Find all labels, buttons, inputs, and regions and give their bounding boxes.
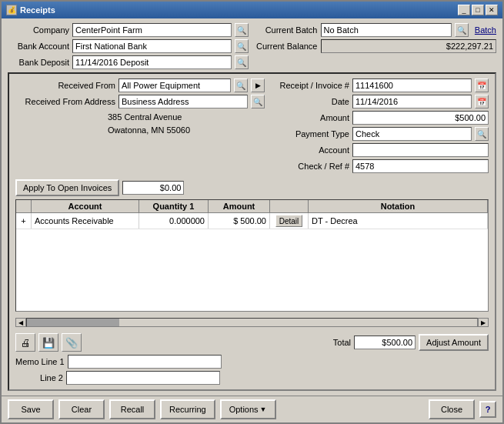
apply-open-invoices-button[interactable]: Apply To Open Invoices xyxy=(15,179,119,196)
minimize-button[interactable]: _ xyxy=(458,5,470,15)
save-tool-button[interactable]: 💾 xyxy=(38,333,58,352)
close-button[interactable]: Close xyxy=(429,399,475,419)
check-ref-label: Check / Ref # xyxy=(272,162,349,171)
bank-account-label: Bank Account xyxy=(8,42,69,51)
received-from-input[interactable] xyxy=(118,78,231,92)
attach-icon: 📎 xyxy=(65,337,78,349)
current-balance-input xyxy=(321,39,497,53)
date-calendar-icon[interactable]: 📅 xyxy=(475,95,489,109)
panel-right: Receipt / Invoice # 📅 Date 📅 Amount xyxy=(272,78,489,173)
quantity-col-header: Quantity 1 xyxy=(139,200,209,212)
horizontal-scrollbar[interactable] xyxy=(26,318,478,327)
receipt-panel: Received From 🔍 ▶ Received From Address … xyxy=(8,72,496,391)
table-body: + Accounts Receivable 0.000000 $ 500.00 … xyxy=(16,213,488,311)
close-button[interactable]: ✕ xyxy=(486,5,498,15)
bottom-bar: Save Clear Recall Recurring Options ▼ Cl… xyxy=(2,396,502,422)
adjust-amount-button[interactable]: Adjust Amount xyxy=(419,334,489,351)
apply-amount-input[interactable] xyxy=(122,181,184,195)
apply-row: Apply To Open Invoices xyxy=(15,179,489,196)
bank-account-row: Bank Account 🔍 xyxy=(8,39,249,53)
date-input[interactable] xyxy=(352,95,472,109)
attach-button[interactable]: 📎 xyxy=(62,333,82,352)
scroll-right-button[interactable]: ▶ xyxy=(478,318,489,327)
current-batch-input[interactable] xyxy=(321,23,452,37)
panel-left: Received From 🔍 ▶ Received From Address … xyxy=(15,78,265,173)
clear-button[interactable]: Clear xyxy=(58,399,105,419)
date-label: Date xyxy=(272,97,349,106)
company-row: Company 🔍 xyxy=(8,23,249,37)
table-header: Account Quantity 1 Amount Notation xyxy=(16,200,488,213)
main-content: Company 🔍 Current Batch 🔍 Batch Bank Acc… xyxy=(2,18,502,396)
memo-line2-input[interactable] xyxy=(66,371,220,385)
line-items-table: Account Quantity 1 Amount Notation + Acc… xyxy=(15,199,489,312)
bank-account-input[interactable] xyxy=(72,39,232,53)
scroll-left-button[interactable]: ◀ xyxy=(15,318,26,327)
amount-input[interactable] xyxy=(352,111,489,125)
total-label: Total xyxy=(333,338,351,347)
expand-cell[interactable]: + xyxy=(16,213,32,229)
company-label: Company xyxy=(8,25,69,35)
account-input[interactable] xyxy=(352,143,489,157)
quantity-cell: 0.000000 xyxy=(139,213,209,229)
address-block: 385 Central Avenue Owatonna, MN 55060 xyxy=(108,111,265,136)
account-col-header: Account xyxy=(32,200,139,212)
memo-line1-label: Memo Line 1 xyxy=(15,357,65,366)
detail-col-header xyxy=(270,200,309,212)
table-row: + Accounts Receivable 0.000000 $ 500.00 … xyxy=(16,213,488,229)
company-input[interactable] xyxy=(72,23,232,37)
payment-type-input[interactable] xyxy=(352,127,472,141)
recall-button[interactable]: Recall xyxy=(109,399,155,419)
memo-line1-row: Memo Line 1 xyxy=(15,355,489,369)
notation-col-header: Notation xyxy=(309,200,488,212)
bank-deposit-row: Bank Deposit 🔍 xyxy=(8,55,249,69)
amount-col-header: Amount xyxy=(209,200,270,212)
save-icon: 💾 xyxy=(42,337,55,349)
address-line2: Owatonna, MN 55060 xyxy=(108,124,265,137)
panel-top-fields: Received From 🔍 ▶ Received From Address … xyxy=(15,78,489,173)
received-from-search-icon[interactable]: 🔍 xyxy=(234,78,248,92)
batch-search-icon[interactable]: 🔍 xyxy=(455,23,469,37)
payment-type-row: Payment Type 🔍 xyxy=(272,127,489,141)
account-label: Account xyxy=(272,145,349,155)
address-line1: 385 Central Avenue xyxy=(108,111,265,124)
company-search-icon[interactable]: 🔍 xyxy=(235,23,249,37)
maximize-button[interactable]: □ xyxy=(472,5,484,15)
received-from-arrow-icon[interactable]: ▶ xyxy=(251,78,265,92)
batch-link[interactable]: Batch xyxy=(475,25,496,35)
toolbar-row: 🖨 💾 📎 Total $500.00 Adjust Amount xyxy=(15,333,489,352)
help-button[interactable]: ? xyxy=(479,401,496,418)
account-row: Account xyxy=(272,143,489,157)
options-dropdown-icon: ▼ xyxy=(260,406,267,413)
memo-line1-input[interactable] xyxy=(68,355,222,369)
horizontal-scrollbar-row: ◀ ▶ xyxy=(15,316,489,329)
received-from-address-label: Received From Address xyxy=(15,97,115,106)
bank-deposit-search-icon[interactable]: 🔍 xyxy=(235,55,249,69)
invoice-calendar-icon[interactable]: 📅 xyxy=(475,78,489,92)
recurring-button[interactable]: Recurring xyxy=(160,399,215,419)
detail-button[interactable]: Detail xyxy=(275,215,303,227)
received-from-address-input[interactable] xyxy=(118,95,248,109)
print-button[interactable]: 🖨 xyxy=(15,333,35,352)
options-button[interactable]: Options ▼ xyxy=(220,399,276,419)
scroll-thumb xyxy=(27,319,119,326)
received-from-address-row: Received From Address 🔍 xyxy=(15,95,265,109)
header-fields: Company 🔍 Current Batch 🔍 Batch Bank Acc… xyxy=(8,23,496,69)
check-ref-row: Check / Ref # xyxy=(272,159,489,173)
date-row: Date 📅 xyxy=(272,95,489,109)
check-ref-input[interactable] xyxy=(352,159,489,173)
bank-account-search-icon[interactable]: 🔍 xyxy=(235,39,249,53)
address-search-icon[interactable]: 🔍 xyxy=(251,95,265,109)
current-balance-row: Current Balance xyxy=(256,39,497,53)
amount-label: Amount xyxy=(272,113,349,122)
current-batch-label: Current Batch xyxy=(256,25,318,35)
receipt-invoice-input[interactable] xyxy=(352,78,472,92)
save-button[interactable]: Save xyxy=(8,399,54,419)
window-title: Receipts xyxy=(20,5,55,15)
payment-type-search-icon[interactable]: 🔍 xyxy=(475,127,489,141)
amount-row: Amount xyxy=(272,111,489,125)
receipts-window: 💰 Receipts _ □ ✕ Company 🔍 Current Batch… xyxy=(0,0,504,424)
detail-cell: Detail xyxy=(270,213,309,229)
total-amount-display: $500.00 xyxy=(354,336,416,349)
receipt-invoice-label: Receipt / Invoice # xyxy=(272,81,349,90)
bank-deposit-input[interactable] xyxy=(72,55,232,69)
